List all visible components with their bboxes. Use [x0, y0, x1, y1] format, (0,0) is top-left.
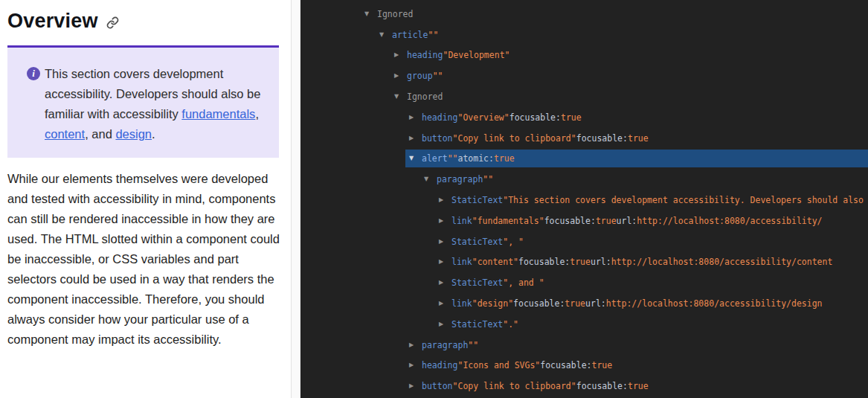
tree-node-str: "design" — [472, 298, 513, 309]
tree-row[interactable]: ▶StaticText ", and " — [300, 272, 868, 293]
tree-node-str: ", and " — [503, 277, 544, 288]
tree-node-role: StaticText — [451, 195, 503, 205]
expand-arrow-icon[interactable]: ▶ — [439, 218, 451, 224]
tree-row[interactable]: ▶group "" — [300, 65, 868, 86]
tree-node-prop: focusable: — [544, 216, 596, 226]
anchor-link-icon[interactable] — [106, 16, 119, 29]
tree-node-role: heading — [422, 112, 457, 123]
tree-node-str: "" — [483, 174, 493, 184]
tree-node-role: link — [451, 216, 472, 226]
tree-node-str: "Overview" — [457, 112, 509, 123]
expand-arrow-icon[interactable]: ▶ — [409, 383, 422, 389]
tree-node-role: button — [422, 381, 453, 391]
tree-node-str: "" — [468, 340, 478, 350]
tree-node-role: paragraph — [422, 340, 468, 350]
tree-node-ignored: Ignored — [377, 9, 413, 19]
tree-node-role: alert — [422, 153, 448, 164]
tree-node-str: "." — [503, 319, 518, 330]
callout-text-segment: . — [152, 127, 155, 141]
tree-node-str: "" — [448, 153, 458, 164]
tree-row[interactable]: ▼alert "" atomic: true — [300, 149, 868, 170]
tree-row[interactable]: ▶link "fundamentals" focusable: true url… — [300, 211, 868, 231]
expand-arrow-icon[interactable]: ▶ — [409, 135, 422, 141]
tree-node-val: true — [628, 133, 649, 144]
accessibility-tree-panel: ▼Ignored▼article ""▶heading "Development… — [300, 0, 868, 398]
expand-arrow-icon[interactable]: ▶ — [439, 259, 451, 265]
tree-node-role: group — [407, 71, 433, 81]
tree-node-str: "" — [433, 71, 443, 81]
tree-node-val: true — [494, 153, 515, 164]
expand-arrow-icon[interactable]: ▶ — [439, 301, 451, 306]
vertical-scrollbar[interactable] — [291, 0, 300, 398]
tree-node-val: true — [561, 112, 582, 123]
tree-row[interactable]: ▼Ignored — [300, 86, 868, 107]
tree-node-prop: url: — [617, 216, 637, 226]
tree-row[interactable]: ▶StaticText ", " — [300, 231, 868, 252]
expand-arrow-icon[interactable]: ▶ — [394, 52, 407, 58]
tree-node-ignored: Ignored — [407, 92, 443, 102]
tree-row[interactable]: ▶link "content" focusable: true url: htt… — [300, 252, 868, 273]
tree-row[interactable]: ▶paragraph "" — [300, 335, 868, 356]
tree-node-val: http://localhost:8080/accessibility/ — [637, 216, 822, 226]
tree-node-role: heading — [407, 50, 443, 60]
tree-node-role: link — [451, 257, 472, 267]
page-title-text: Overview — [7, 9, 98, 33]
tree-row[interactable]: ▼paragraph "" — [300, 169, 868, 190]
expand-arrow-icon[interactable]: ▶ — [439, 280, 451, 286]
tree-node-role: button — [422, 133, 453, 144]
collapse-arrow-icon[interactable]: ▼ — [424, 176, 437, 182]
tree-node-role: StaticText — [451, 277, 503, 288]
tree-row[interactable]: ▶link "design" focusable: true url: http… — [300, 293, 868, 314]
tree-node-prop: focusable: — [576, 133, 628, 144]
tree-row[interactable]: ▶button "Copy link to clipboard" focusab… — [300, 128, 868, 149]
tree-node-val: true — [565, 298, 585, 309]
expand-arrow-icon[interactable]: ▶ — [439, 197, 451, 203]
collapse-arrow-icon[interactable]: ▼ — [364, 11, 377, 17]
collapse-arrow-icon[interactable]: ▼ — [409, 155, 422, 161]
expand-arrow-icon[interactable]: ▶ — [409, 342, 422, 348]
tree-row[interactable]: ▶heading "Overview" focusable: true — [300, 107, 868, 128]
callout-link-fundamentals[interactable]: fundamentals — [181, 107, 255, 121]
expand-arrow-icon[interactable]: ▶ — [439, 239, 451, 245]
tree-node-role: StaticText — [451, 237, 503, 247]
tree-node-str: ", " — [503, 237, 524, 247]
tree-node-role: StaticText — [451, 319, 503, 330]
tree-node-str: "content" — [472, 257, 518, 267]
tree-row[interactable]: ▶StaticText "This section covers develop… — [300, 190, 868, 211]
tree-node-role: link — [451, 298, 472, 309]
tree-node-role: heading — [422, 360, 457, 370]
tree-row[interactable]: ▶button "Copy link to clipboard" focusab… — [300, 376, 868, 397]
tree-row[interactable]: ▶heading "Icons and SVGs" focusable: tru… — [300, 356, 868, 376]
tree-row[interactable]: ▼Ignored — [300, 4, 868, 25]
tree-row[interactable]: ▼article "" — [300, 25, 868, 45]
collapse-arrow-icon[interactable]: ▼ — [394, 94, 407, 100]
info-callout: i This section covers development access… — [7, 45, 279, 158]
tree-node-prop: focusable: — [513, 298, 565, 309]
tree-node-str: "" — [428, 30, 438, 40]
body-paragraph: While our elements themselves were devel… — [7, 169, 283, 350]
tree-row[interactable]: ▶heading "Development" — [300, 45, 868, 66]
expand-arrow-icon[interactable]: ▶ — [409, 362, 422, 368]
tree-node-str: "Copy link to clipboard" — [453, 133, 576, 144]
tree-node-val: true — [596, 216, 617, 226]
tree-node-prop: focusable: — [576, 381, 628, 391]
tree-node-val: true — [628, 381, 649, 391]
tree-node-prop: url: — [591, 257, 611, 267]
tree-node-role: article — [392, 30, 428, 40]
tree-node-val: http://localhost:8080/accessibility/cont… — [611, 257, 833, 267]
tree-node-val: true — [592, 360, 613, 370]
tree-node-prop: focusable: — [518, 257, 570, 267]
tree-node-prop: atomic: — [457, 153, 493, 164]
expand-arrow-icon[interactable]: ▶ — [439, 321, 451, 327]
page-title: Overview — [7, 9, 291, 33]
expand-arrow-icon[interactable]: ▶ — [394, 73, 407, 79]
callout-link-content[interactable]: content — [45, 127, 85, 141]
expand-arrow-icon[interactable]: ▶ — [409, 115, 422, 121]
callout-link-design[interactable]: design — [115, 127, 152, 141]
tree-node-str: "This section covers development accessi… — [503, 195, 868, 205]
collapse-arrow-icon[interactable]: ▼ — [379, 32, 392, 38]
tree-row[interactable]: ▶StaticText "." — [300, 314, 868, 335]
tree-node-prop: url: — [585, 298, 606, 309]
info-icon: i — [27, 67, 40, 80]
callout-text-segment: , — [255, 107, 259, 121]
